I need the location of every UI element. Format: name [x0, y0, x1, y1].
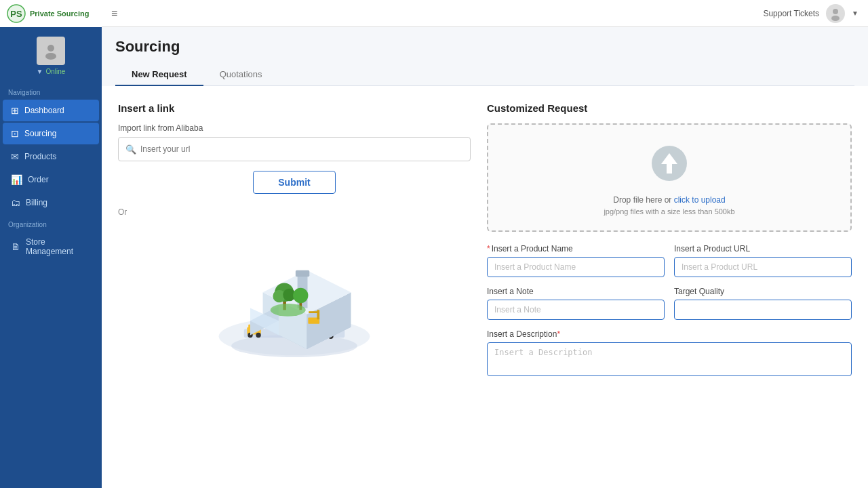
- sidebar-item-label: Sourcing: [24, 129, 56, 138]
- note-group: Insert a Note: [487, 287, 665, 320]
- description-textarea[interactable]: [487, 342, 852, 376]
- desc-label: Insert a Description*: [487, 329, 852, 339]
- grid-icon: ⊞: [11, 105, 19, 116]
- page-content: Sourcing New Request Quotations Insert a…: [102, 27, 868, 488]
- content-area: Insert a link Import link from Alibaba 🔍…: [102, 86, 868, 488]
- user-info: ▼ Online: [37, 68, 66, 75]
- chevron-down-icon: ▼: [37, 68, 43, 75]
- svg-rect-36: [309, 311, 317, 313]
- upload-link[interactable]: click to upload: [674, 195, 726, 205]
- required-star: *: [487, 244, 490, 253]
- brand-name: Private Sourcing: [30, 9, 89, 18]
- tabs: New Request Quotations: [115, 64, 854, 86]
- svg-point-3: [47, 45, 54, 52]
- user-dropdown-icon[interactable]: ▼: [852, 9, 859, 17]
- store-icon: 🗎: [11, 241, 20, 252]
- product-url-input[interactable]: [674, 257, 852, 277]
- import-label: Import link from Alibaba: [118, 123, 471, 133]
- org-section-label: Organization: [0, 214, 102, 231]
- order-icon: 📊: [11, 174, 22, 185]
- product-form-row: *Insert a Product Name Insert a Product …: [487, 244, 852, 277]
- description-group: Insert a Description*: [487, 329, 852, 472]
- sidebar-item-label: Billing: [26, 198, 47, 207]
- or-label: Or: [118, 207, 471, 217]
- sidebar-item-billing[interactable]: 🗂 Billing: [3, 192, 99, 214]
- svg-point-32: [293, 288, 308, 303]
- drop-text: Drop file here or: [613, 195, 673, 205]
- illustration: [118, 228, 471, 363]
- svg-point-14: [256, 333, 260, 338]
- right-panel: Customized Request Drop file here or cli…: [487, 102, 852, 472]
- submit-button[interactable]: Submit: [253, 171, 335, 194]
- topbar: ≡ Support Tickets ▼: [102, 0, 868, 27]
- sidebar-item-dashboard[interactable]: ⊞ Dashboard: [3, 100, 99, 121]
- svg-point-33: [271, 304, 306, 317]
- quality-label: Target Quality: [674, 287, 852, 296]
- upload-area[interactable]: Drop file here or click to upload jpg/pn…: [487, 123, 852, 232]
- required-star-desc: *: [557, 329, 560, 339]
- sidebar: PS Private Sourcing ▼ Online Navigation …: [0, 0, 102, 488]
- note-label: Insert a Note: [487, 287, 665, 296]
- avatar: [37, 37, 65, 65]
- product-name-input[interactable]: [487, 257, 665, 277]
- online-status: Online: [46, 68, 66, 75]
- note-quality-form-row: Insert a Note Target Quality High Qualit…: [487, 287, 852, 320]
- sidebar-item-store-management[interactable]: 🗎 Store Management: [3, 232, 99, 262]
- note-input[interactable]: [487, 300, 665, 320]
- tab-quotations[interactable]: Quotations: [203, 64, 279, 86]
- sidebar-item-label: Dashboard: [24, 106, 64, 115]
- logo-icon: PS: [7, 4, 26, 23]
- tab-new-request[interactable]: New Request: [115, 64, 203, 86]
- topbar-avatar: [826, 4, 845, 23]
- sourcing-icon: ⊡: [11, 128, 19, 139]
- hamburger-icon[interactable]: ≡: [111, 7, 117, 20]
- sidebar-logo: PS Private Sourcing: [0, 0, 102, 27]
- upload-text: Drop file here or click to upload: [613, 195, 725, 205]
- svg-point-7: [831, 16, 840, 21]
- sidebar-item-label: Store Management: [26, 237, 91, 256]
- product-url-label: Insert a Product URL: [674, 244, 852, 253]
- sidebar-item-sourcing[interactable]: ⊡ Sourcing: [3, 123, 99, 144]
- quality-group: Target Quality High Quality: [674, 287, 852, 320]
- product-name-label: *Insert a Product Name: [487, 244, 665, 253]
- products-icon: ✉: [11, 151, 19, 162]
- svg-point-4: [45, 53, 56, 60]
- url-input[interactable]: [140, 138, 463, 161]
- sidebar-item-label: Products: [24, 152, 56, 161]
- svg-rect-24: [296, 270, 309, 277]
- left-panel: Insert a link Import link from Alibaba 🔍…: [118, 102, 471, 472]
- sidebar-item-order[interactable]: 📊 Order: [3, 169, 99, 190]
- topbar-right: Support Tickets ▼: [763, 4, 859, 23]
- product-name-group: *Insert a Product Name: [487, 244, 665, 277]
- search-icon: 🔍: [125, 144, 136, 155]
- url-input-wrapper: 🔍: [118, 137, 471, 161]
- support-tickets-link[interactable]: Support Tickets: [763, 9, 819, 18]
- billing-icon: 🗂: [11, 197, 20, 208]
- quality-input[interactable]: High Quality: [674, 300, 852, 320]
- page-header: Sourcing New Request Quotations: [102, 27, 868, 86]
- sidebar-item-products[interactable]: ✉ Products: [3, 146, 99, 167]
- nav-section-label: Navigation: [0, 82, 102, 99]
- sidebar-item-label: Order: [28, 175, 49, 184]
- sidebar-user-section: ▼ Online: [0, 27, 102, 82]
- page-title: Sourcing: [115, 38, 854, 56]
- upload-icon: [651, 145, 688, 188]
- main-content: ≡ Support Tickets ▼ Sourcing New Request…: [102, 0, 868, 488]
- svg-text:PS: PS: [10, 9, 22, 19]
- customized-request-title: Customized Request: [487, 102, 852, 114]
- svg-point-6: [833, 9, 838, 14]
- product-url-group: Insert a Product URL: [674, 244, 852, 277]
- insert-link-title: Insert a link: [118, 102, 471, 114]
- upload-subtext: jpg/png files with a size less than 500k…: [604, 207, 734, 216]
